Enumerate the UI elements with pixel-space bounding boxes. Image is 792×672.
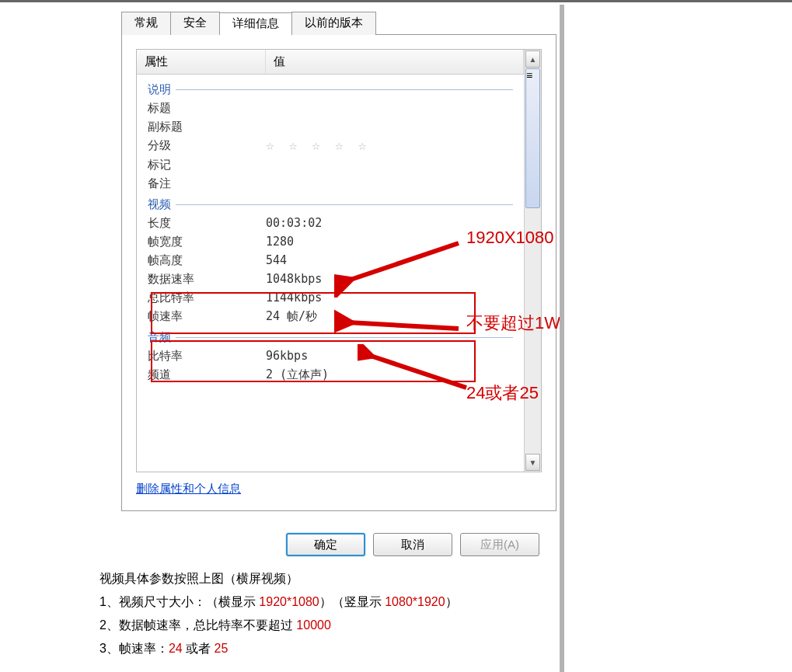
apply-button: 应用(A) [460, 533, 539, 556]
caption-line3: 2、数据帧速率，总比特率不要超过 10000 [99, 614, 792, 637]
scroll-thumb[interactable]: ≡ [525, 68, 540, 208]
scroll-down-button[interactable]: ▼ [525, 454, 540, 471]
row-framerate[interactable]: 帧速率24 帧/秒 [148, 307, 513, 326]
tab-previous-versions[interactable]: 以前的版本 [291, 12, 376, 35]
row-length[interactable]: 长度00:03:02 [148, 214, 513, 232]
remove-properties-link[interactable]: 删除属性和个人信息 [136, 482, 241, 496]
group-video: 视频 [148, 193, 513, 214]
caption: 视频具体参数按照上图（横屏视频） 1、视频尺寸大小：（横显示 1920*1080… [99, 567, 792, 660]
scroll-up-button[interactable]: ▲ [525, 50, 540, 68]
caption-line1: 视频具体参数按照上图（横屏视频） [99, 567, 792, 590]
annotation-resolution: 1920X1080 [466, 228, 554, 248]
row-total-bitrate[interactable]: 总比特率1144kbps [148, 288, 513, 307]
group-audio: 音频 [148, 326, 513, 346]
ok-button[interactable]: 确定 [286, 533, 365, 556]
row-audio-channel[interactable]: 频道2 (立体声) [148, 365, 513, 384]
annotation-fps: 24或者25 [466, 381, 539, 405]
dialog-button-bar: 确定 取消 应用(A) [99, 533, 539, 556]
row-comments[interactable]: 备注 [148, 174, 513, 193]
row-frame-height[interactable]: 帧高度544 [148, 251, 513, 270]
row-tags[interactable]: 标记 [148, 155, 513, 174]
column-attribute[interactable]: 属性 [137, 50, 266, 74]
annotation-limit: 不要超过1W [466, 312, 560, 335]
tab-general[interactable]: 常规 [121, 12, 171, 35]
row-rating[interactable]: 分级☆ ☆ ☆ ☆ ☆ [148, 136, 513, 155]
caption-line2: 1、视频尺寸大小：（横显示 1920*1080）（竖显示 1080*1920） [99, 590, 792, 614]
screenshot-edge [560, 5, 564, 672]
cancel-button[interactable]: 取消 [373, 533, 452, 556]
star-icon: ☆ ☆ ☆ ☆ ☆ [266, 137, 370, 153]
column-value[interactable]: 值 [266, 50, 524, 74]
caption-line4: 3、帧速率：24 或者 25 [99, 637, 792, 660]
row-title[interactable]: 标题 [148, 99, 513, 117]
properties-tabs: 常规 安全 详细信息 以前的版本 [121, 12, 566, 35]
tab-details[interactable]: 详细信息 [219, 12, 292, 36]
scrollbar: ▲ ≡ ▼ [524, 50, 541, 472]
group-description: 说明 [148, 78, 513, 99]
properties-list: 属性 值 说明 标题 副标题 分级☆ ☆ ☆ ☆ ☆ 标记 备注 视频 长度00… [136, 49, 542, 472]
row-audio-bitrate[interactable]: 比特率96kbps [148, 346, 513, 365]
tab-security[interactable]: 安全 [170, 12, 220, 35]
row-frame-width[interactable]: 帧宽度1280 [148, 232, 513, 251]
details-panel: 属性 值 说明 标题 副标题 分级☆ ☆ ☆ ☆ ☆ 标记 备注 视频 长度00… [121, 34, 556, 511]
column-headers: 属性 值 [137, 50, 524, 75]
row-data-rate[interactable]: 数据速率1048kbps [148, 270, 513, 288]
row-subtitle[interactable]: 副标题 [148, 117, 513, 136]
